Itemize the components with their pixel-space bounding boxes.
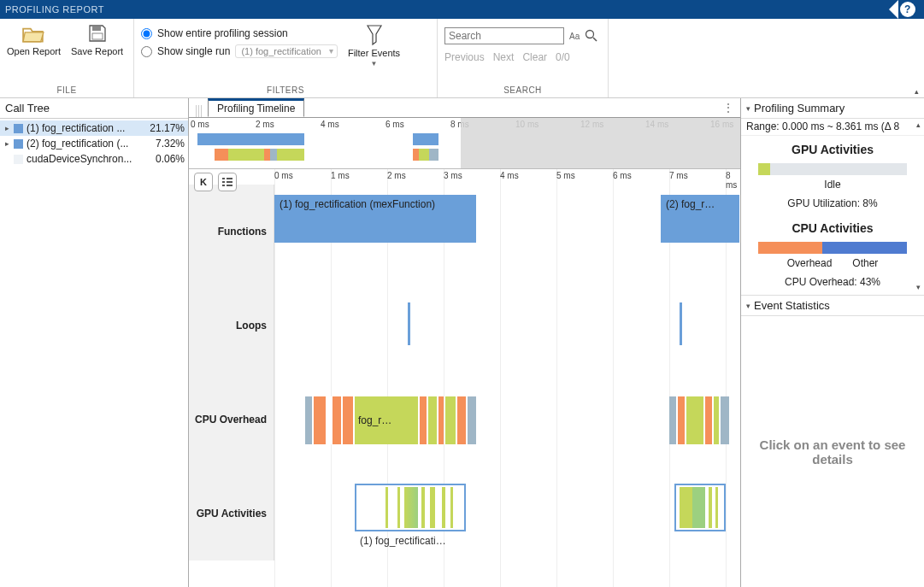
- gpu-segment: [385, 487, 388, 528]
- call-tree-row-name: cudaDeviceSynchron...: [26, 153, 140, 165]
- call-tree-row[interactable]: cudaDeviceSynchron... 0.06%: [0, 151, 188, 167]
- timeline-pane: Profiling Timeline ⋮ 0 ms 2 ms 4 ms 6 ms…: [189, 98, 740, 587]
- overhead-segment: [468, 396, 476, 444]
- collapse-ribbon-icon[interactable]: ▴: [915, 87, 919, 96]
- expand-icon[interactable]: ▸: [3, 124, 10, 132]
- tab-overflow-icon[interactable]: ⋮: [723, 102, 733, 114]
- search-previous-button[interactable]: Previous: [444, 51, 485, 63]
- help-icon[interactable]: ?: [900, 2, 915, 17]
- search-icon[interactable]: [585, 29, 598, 43]
- funnel-icon: [366, 24, 383, 46]
- section-title: Event Statistics: [754, 299, 830, 312]
- show-single-run-radio[interactable]: Show single run (1) fog_rectification: [141, 44, 338, 58]
- keyboard-shortcuts-button[interactable]: K: [194, 173, 213, 191]
- event-label: (2) fog_r…: [666, 198, 715, 210]
- title-bar: PROFILING REPORT ?: [0, 0, 924, 19]
- radio-single[interactable]: [141, 46, 152, 57]
- track-header: Functions: [189, 185, 274, 279]
- timeline-detail[interactable]: K 0 ms 1 ms 2 ms 3 ms 4 m: [189, 169, 740, 587]
- search-clear-button[interactable]: Clear: [522, 51, 547, 63]
- gpu-segment: [450, 487, 453, 528]
- gpu-event-caption: (1) fog_rectificati…: [360, 535, 446, 547]
- collapse-icon: ▾: [746, 302, 750, 310]
- timeline-tracks: Functions (1) fog_rectification (mexFunc…: [189, 185, 740, 587]
- overview-segment: [215, 149, 304, 161]
- gpu-event-group[interactable]: [674, 484, 726, 531]
- ribbon-group-filters: Show entire profiling session Show singl…: [134, 19, 438, 97]
- svg-rect-4: [222, 178, 225, 179]
- ribbon-group-filters-label: FILTERS: [134, 84, 437, 97]
- overhead-segment: [438, 396, 444, 444]
- overhead-segment: [721, 396, 729, 444]
- gpu-event-group[interactable]: [355, 484, 466, 531]
- tab-label: Profiling Timeline: [217, 103, 295, 114]
- timeline-overview[interactable]: 0 ms 2 ms 4 ms 6 ms 8 ms 10 ms 12 ms 14 …: [189, 118, 740, 169]
- section-title: Profiling Summary: [754, 102, 845, 114]
- color-swatch: [14, 155, 23, 164]
- function-event[interactable]: (1) fog_rectification (mexFunction): [274, 195, 476, 243]
- search-count: 0/0: [556, 51, 570, 63]
- gpu-segment: [397, 487, 400, 528]
- track-lane[interactable]: [274, 279, 740, 373]
- single-run-select[interactable]: (1) fog_rectification: [235, 44, 338, 58]
- call-tree-row-pct: 0.06%: [144, 153, 185, 165]
- call-tree-row[interactable]: ▸ (2) fog_rectification (... 7.32%: [0, 136, 188, 151]
- loop-event[interactable]: [408, 302, 410, 345]
- cpu-overhead-group[interactable]: fog_r…: [305, 396, 476, 444]
- tab-grip-icon[interactable]: [196, 105, 203, 117]
- overhead-segment: [428, 396, 437, 444]
- track-lane[interactable]: fog_r…: [274, 373, 740, 467]
- color-swatch: [14, 124, 23, 133]
- call-tree-row-pct: 21.17%: [144, 122, 185, 134]
- chevron-down-icon: ▼: [371, 60, 378, 68]
- radio-single-label: Show single run: [157, 45, 230, 57]
- track-lane[interactable]: (1) fog_rectificati…: [274, 467, 740, 561]
- overhead-segment: [678, 396, 685, 444]
- search-input[interactable]: [444, 27, 564, 44]
- folder-open-icon: [22, 24, 44, 43]
- event-statistics-header[interactable]: ▾ Event Statistics: [741, 296, 924, 316]
- search-next-button[interactable]: Next: [493, 51, 515, 63]
- gpu-segment: [421, 487, 425, 528]
- match-case-toggle[interactable]: Aa: [569, 32, 580, 41]
- radio-entire[interactable]: [141, 28, 152, 39]
- overview-segment: [413, 133, 438, 145]
- cpu-overhead-label: Overhead: [787, 257, 833, 269]
- radio-entire-label: Show entire profiling session: [157, 27, 288, 39]
- svg-line-3: [593, 38, 597, 41]
- tick-label: 0 ms: [191, 120, 209, 129]
- cpu-bar-other: [822, 242, 907, 254]
- overhead-segment: [445, 396, 456, 444]
- save-icon: [86, 24, 109, 43]
- legend-button[interactable]: [218, 173, 237, 191]
- tick-label: 6 ms: [613, 171, 632, 180]
- expand-icon[interactable]: ▸: [3, 139, 10, 148]
- tab-profiling-timeline[interactable]: Profiling Timeline: [208, 98, 304, 117]
- open-report-label: Open Report: [7, 46, 61, 56]
- cpu-overhead-group[interactable]: [669, 396, 729, 444]
- call-tree-pane: Call Tree ▸ (1) fog_rectification ... 21…: [0, 98, 189, 587]
- cpu-overhead-bar: [758, 242, 907, 254]
- function-event[interactable]: (2) fog_r…: [661, 195, 739, 243]
- gpu-utilization-text: GPU Utilization: 8%: [750, 197, 915, 209]
- track-lane[interactable]: (1) fog_rectification (mexFunction) (2) …: [274, 185, 740, 279]
- show-entire-session-radio[interactable]: Show entire profiling session: [141, 27, 338, 39]
- gpu-summary-title: GPU Activities: [750, 143, 915, 156]
- event-label: (1) fog_rectification (mexFunction): [280, 198, 435, 210]
- profiling-summary-header[interactable]: ▾ Profiling Summary: [741, 98, 924, 119]
- gpu-idle-label: Idle: [824, 179, 840, 191]
- expand-up-icon[interactable]: ▴: [916, 120, 921, 129]
- save-report-button[interactable]: Save Report: [71, 24, 123, 56]
- open-report-button[interactable]: Open Report: [7, 24, 61, 56]
- timeline-toolbar: K: [194, 173, 237, 191]
- overview-unselected-region: [461, 118, 740, 168]
- call-tree-row[interactable]: ▸ (1) fog_rectification ... 21.17%: [0, 120, 188, 136]
- svg-rect-7: [227, 181, 232, 183]
- tick-label: 1 ms: [331, 171, 350, 180]
- loop-event[interactable]: [680, 302, 682, 345]
- track-gpu-activities: GPU Activities (1) fog_rectificati…: [189, 467, 740, 561]
- svg-rect-6: [222, 181, 225, 183]
- overview-segment: [197, 133, 304, 145]
- filter-events-button[interactable]: Filter Events ▼: [348, 24, 400, 68]
- expand-down-icon[interactable]: ▾: [916, 283, 921, 291]
